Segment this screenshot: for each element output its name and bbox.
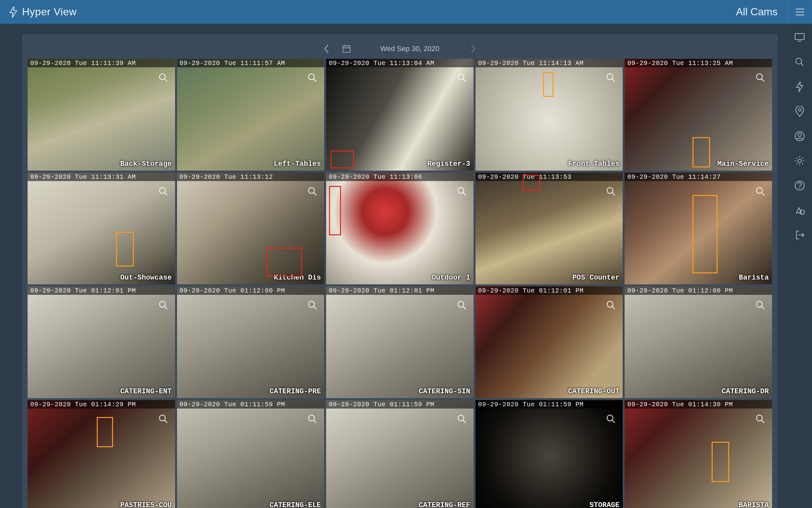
sidebar-item-person[interactable] xyxy=(793,130,806,143)
sidebar-item-settings[interactable] xyxy=(793,155,806,167)
zoom-icon[interactable] xyxy=(157,185,169,197)
detection-overlay xyxy=(692,195,717,273)
svg-point-29 xyxy=(308,301,315,307)
camera-tile[interactable]: 09-29-2020 Tue 01:14:30 PMBARISTA xyxy=(625,400,772,508)
camera-timestamp: 09-29-2020 Tue 11:13:53 xyxy=(476,173,623,181)
camera-image xyxy=(625,400,772,508)
svg-point-23 xyxy=(607,187,613,194)
camera-image xyxy=(28,173,175,284)
camera-label: Outdoor 1 xyxy=(432,274,470,282)
zoom-icon[interactable] xyxy=(605,413,617,425)
svg-point-56 xyxy=(799,188,800,189)
zoom-icon[interactable] xyxy=(456,185,468,197)
zoom-icon[interactable] xyxy=(306,185,318,197)
zoom-icon[interactable] xyxy=(755,413,766,425)
camera-tile[interactable]: 09-29-2020 Tue 11:13:04 AMRegister-3 xyxy=(326,59,474,171)
zoom-icon[interactable] xyxy=(605,72,617,84)
brand: Hyper View xyxy=(9,6,77,18)
svg-rect-3 xyxy=(343,46,350,52)
camera-tile[interactable]: 09-29-2020 Tue 01:12:01 PMCATERING-OUT xyxy=(476,286,623,398)
svg-point-37 xyxy=(159,415,165,421)
camera-timestamp: 09-29-2020 Tue 11:14:13 AM xyxy=(476,59,623,67)
calendar-button[interactable] xyxy=(341,43,352,54)
camera-tile[interactable]: 09-29-2020 Tue 01:14:29 PMPASTRIES-COU xyxy=(28,400,175,508)
detection-overlay xyxy=(523,175,540,190)
sidebar-item-search[interactable] xyxy=(793,55,806,69)
camera-label: CATERING-OUT xyxy=(568,387,619,395)
zoom-icon[interactable] xyxy=(755,299,766,311)
zoom-icon[interactable] xyxy=(306,299,318,311)
svg-point-43 xyxy=(607,415,613,421)
camera-image xyxy=(28,400,175,508)
zoom-icon[interactable] xyxy=(306,413,318,425)
camera-tile[interactable]: 09-29-2020 Tue 11:13:25 AMMain-Service xyxy=(625,59,772,171)
sidebar-item-logout[interactable] xyxy=(793,228,806,242)
svg-point-9 xyxy=(308,74,315,80)
camera-tile[interactable]: 09-29-2020 Tue 11:11:57 AMLeft-Tables xyxy=(177,59,325,171)
svg-line-24 xyxy=(612,193,615,195)
zoom-icon[interactable] xyxy=(306,72,318,84)
camera-tile[interactable]: 09-29-2020 Tue 01:11:59 PMCATERING-REF xyxy=(326,400,474,508)
camera-timestamp: 09-29-2020 Tue 01:11:59 PM xyxy=(476,400,623,409)
camera-tile[interactable]: 09-29-2020 Tue 01:12:00 PMCATERING-DR xyxy=(625,286,772,398)
camera-timestamp: 09-29-2020 Tue 01:12:01 PM xyxy=(28,286,175,295)
camera-label: Out-Showcase xyxy=(120,274,172,282)
svg-line-40 xyxy=(314,420,316,423)
camera-tile[interactable]: 09-29-2020 Tue 01:12:01 PMCATERING-SIN xyxy=(326,286,474,398)
camera-tile[interactable]: 09-29-2020 Tue 11:13:53POS Counter xyxy=(476,173,623,284)
sidebar-item-help[interactable] xyxy=(793,179,806,192)
camera-tile[interactable]: 09-29-2020 Tue 11:13:12Kitchen Dis xyxy=(177,173,325,284)
svg-line-20 xyxy=(314,193,316,195)
zoom-icon[interactable] xyxy=(157,299,169,311)
svg-point-51 xyxy=(798,109,801,111)
camera-label: Main-Service xyxy=(717,160,769,168)
camera-tile[interactable]: 09-29-2020 Tue 11:11:39 AMBack-Storage xyxy=(28,59,175,171)
detection-overlay xyxy=(329,186,341,235)
svg-line-14 xyxy=(612,79,615,82)
svg-point-21 xyxy=(458,187,464,194)
camera-label: STORAGE xyxy=(589,501,619,508)
camera-label: CATERING-ENT xyxy=(120,387,172,395)
detection-overlay xyxy=(97,417,113,447)
camera-tile[interactable]: 09-29-2020 Tue 01:12:01 PMCATERING-ENT xyxy=(28,286,175,398)
sidebar-item-monitor[interactable] xyxy=(793,31,806,44)
date-nav: Wed Sep 30, 2020 xyxy=(27,40,773,57)
body: Wed Sep 30, 2020 09-29-2020 Tue 11:11:39… xyxy=(0,24,812,508)
camera-tile[interactable]: 09-29-2020 Tue 11:14:27Barista xyxy=(625,173,772,284)
camera-timestamp: 09-29-2020 Tue 01:12:00 PM xyxy=(177,286,325,295)
zoom-icon[interactable] xyxy=(456,299,468,311)
camera-tile[interactable]: 09-29-2020 Tue 11:14:13 AMFront-Tables xyxy=(476,59,623,171)
sidebar-item-bolt[interactable] xyxy=(793,80,806,93)
prev-day-button[interactable] xyxy=(321,43,332,54)
sidebar-item-location[interactable] xyxy=(793,105,806,118)
camera-label: CATERING-PRE xyxy=(270,387,321,395)
zoom-icon[interactable] xyxy=(157,413,169,425)
menu-toggle-button[interactable] xyxy=(787,0,812,25)
camera-label: Barista xyxy=(739,274,769,282)
camera-image xyxy=(476,173,623,284)
sidebar-item-shapes[interactable] xyxy=(793,204,806,217)
zoom-icon[interactable] xyxy=(456,413,468,425)
svg-point-39 xyxy=(308,415,315,421)
svg-line-34 xyxy=(612,306,615,309)
next-day-button[interactable] xyxy=(468,43,479,54)
camera-image xyxy=(625,286,772,398)
camera-image xyxy=(177,400,325,508)
camera-tile[interactable]: 09-29-2020 Tue 01:11:59 PMSTORAGE xyxy=(476,400,623,508)
zoom-icon[interactable] xyxy=(456,72,468,84)
zoom-icon[interactable] xyxy=(605,185,617,197)
camera-tile[interactable]: 09-29-2020 Tue 11:13:31 AMOut-Showcase xyxy=(28,173,175,284)
svg-point-33 xyxy=(607,301,613,307)
zoom-icon[interactable] xyxy=(755,185,766,197)
camera-tile[interactable]: 09-29-2020 Tue 01:12:00 PMCATERING-PRE xyxy=(177,286,325,398)
camera-tile[interactable]: 09-29-2020 Tue 11:13:06Outdoor 1 xyxy=(326,173,474,284)
zoom-icon[interactable] xyxy=(157,72,169,84)
camera-label: Register-3 xyxy=(427,160,470,168)
camera-tile[interactable]: 09-29-2020 Tue 01:11:59 PMCATERING-ELE xyxy=(177,400,325,508)
detection-overlay xyxy=(267,248,302,277)
zoom-icon[interactable] xyxy=(755,72,766,84)
camera-image xyxy=(28,59,175,171)
svg-point-27 xyxy=(159,301,165,307)
camera-timestamp: 09-29-2020 Tue 01:11:59 PM xyxy=(177,400,325,409)
zoom-icon[interactable] xyxy=(605,299,617,311)
